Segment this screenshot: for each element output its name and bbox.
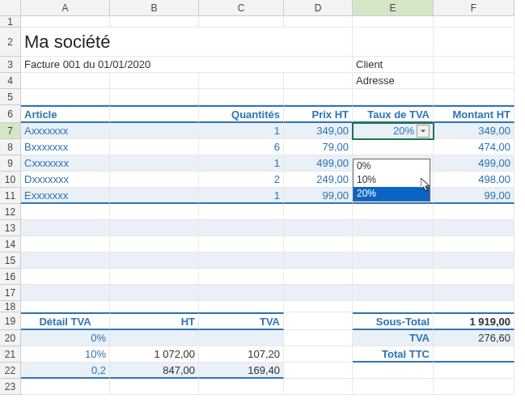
cell[interactable]	[434, 363, 514, 379]
row-header-2[interactable]: 2	[0, 28, 21, 57]
cell[interactable]	[199, 204, 284, 220]
amount-cell[interactable]: 99,00	[434, 188, 514, 204]
cell[interactable]	[434, 28, 514, 57]
invoice-subtitle[interactable]: Facture 001 du 01/01/2020	[21, 57, 284, 73]
col-header-B[interactable]: B	[110, 0, 199, 16]
client-label[interactable]: Client	[353, 57, 434, 73]
cell[interactable]	[284, 89, 353, 105]
price-cell[interactable]: 349,00	[284, 123, 353, 139]
cell[interactable]	[284, 330, 353, 346]
detail-ht-header[interactable]: HT	[110, 312, 199, 330]
row-header-22[interactable]: 22	[0, 363, 21, 379]
row-header-10[interactable]: 10	[0, 172, 21, 188]
cell[interactable]	[284, 346, 353, 363]
col-header-A[interactable]: A	[21, 0, 110, 16]
cell[interactable]	[21, 252, 110, 269]
row-header-8[interactable]: 8	[0, 139, 21, 155]
row-header-19[interactable]: 19	[0, 312, 21, 330]
row-header-13[interactable]: 13	[0, 220, 21, 236]
cell[interactable]	[110, 172, 199, 188]
dropdown-option[interactable]: 0%	[354, 159, 430, 173]
cell[interactable]	[21, 301, 110, 312]
cell[interactable]	[199, 285, 284, 301]
select-all-corner[interactable]	[0, 0, 21, 16]
detail-ht[interactable]: 847,00	[110, 363, 199, 379]
cell[interactable]	[284, 269, 353, 285]
cell[interactable]	[199, 379, 284, 395]
cell[interactable]	[284, 16, 353, 28]
address-label[interactable]: Adresse	[353, 73, 434, 89]
cell[interactable]	[353, 285, 434, 301]
detail-ht[interactable]	[110, 330, 199, 346]
subtotal-value[interactable]: 1 919,00	[434, 312, 514, 330]
cell[interactable]	[21, 73, 110, 89]
amount-cell[interactable]: 498,00	[434, 172, 514, 188]
cell[interactable]	[199, 269, 284, 285]
qty-cell[interactable]: 6	[199, 139, 284, 155]
qty-cell[interactable]: 1	[199, 188, 284, 204]
cell[interactable]	[353, 89, 434, 105]
cell[interactable]	[353, 236, 434, 252]
detail-tva[interactable]: 169,40	[199, 363, 284, 379]
cell[interactable]	[110, 155, 199, 172]
ttc-label[interactable]: Total TTC	[353, 346, 434, 363]
vat-cell-selected[interactable]: 20%	[353, 123, 434, 139]
cell[interactable]	[284, 252, 353, 269]
cell[interactable]	[434, 204, 514, 220]
header-price[interactable]: Prix HT	[284, 105, 353, 123]
row-header-18[interactable]: 18	[0, 301, 21, 312]
detail-rate[interactable]: 0,2	[21, 363, 110, 379]
price-cell[interactable]: 249,00	[284, 172, 353, 188]
article-cell[interactable]: Exxxxxxx	[21, 188, 110, 204]
cell[interactable]	[199, 89, 284, 105]
article-cell[interactable]: Cxxxxxxx	[21, 155, 110, 172]
cell[interactable]	[199, 220, 284, 236]
col-header-F[interactable]: F	[434, 0, 514, 16]
cell[interactable]	[110, 123, 199, 139]
cell[interactable]	[110, 16, 199, 28]
cell[interactable]	[353, 16, 434, 28]
cell[interactable]	[353, 269, 434, 285]
qty-cell[interactable]: 1	[199, 123, 284, 139]
article-cell[interactable]: Bxxxxxxx	[21, 139, 110, 155]
row-header-21[interactable]: 21	[0, 346, 21, 363]
amount-cell[interactable]: 474,00	[434, 139, 514, 155]
cell[interactable]	[353, 363, 434, 379]
article-cell[interactable]: Dxxxxxxx	[21, 172, 110, 188]
cell[interactable]	[434, 57, 514, 73]
detail-tva[interactable]: 107,20	[199, 346, 284, 363]
price-cell[interactable]: 79,00	[284, 139, 353, 155]
tva-value[interactable]: 276,60	[434, 330, 514, 346]
cell[interactable]	[284, 57, 353, 73]
qty-cell[interactable]: 2	[199, 172, 284, 188]
dropdown-option-selected[interactable]: 20%	[354, 187, 430, 201]
cell[interactable]	[353, 301, 434, 312]
cell[interactable]	[434, 269, 514, 285]
article-cell[interactable]: Axxxxxxx	[21, 123, 110, 139]
cell[interactable]	[284, 220, 353, 236]
cell[interactable]	[284, 312, 353, 330]
cell[interactable]	[284, 236, 353, 252]
row-header-6[interactable]: 6	[0, 105, 21, 123]
col-header-C[interactable]: C	[199, 0, 284, 16]
detail-tva[interactable]	[199, 330, 284, 346]
header-vat[interactable]: Taux de TVA	[353, 105, 434, 123]
detail-ht[interactable]: 1 072,00	[110, 346, 199, 363]
cell[interactable]	[284, 301, 353, 312]
tva-label[interactable]: TVA	[353, 330, 434, 346]
cell[interactable]	[110, 301, 199, 312]
header-article[interactable]: Article	[21, 105, 110, 123]
cell[interactable]	[110, 89, 199, 105]
cell[interactable]	[284, 73, 353, 89]
cell[interactable]	[110, 204, 199, 220]
cell[interactable]	[110, 139, 199, 155]
spreadsheet-grid[interactable]: A B C D E F 1 2 Ma société 3 Facture 001…	[0, 0, 525, 395]
cell[interactable]	[353, 28, 434, 57]
cell[interactable]	[110, 285, 199, 301]
col-header-D[interactable]: D	[284, 0, 353, 16]
cell[interactable]	[434, 379, 514, 395]
row-header-23[interactable]: 23	[0, 379, 21, 395]
cell[interactable]	[110, 73, 199, 89]
row-header-17[interactable]: 17	[0, 285, 21, 301]
price-cell[interactable]: 499,00	[284, 155, 353, 172]
